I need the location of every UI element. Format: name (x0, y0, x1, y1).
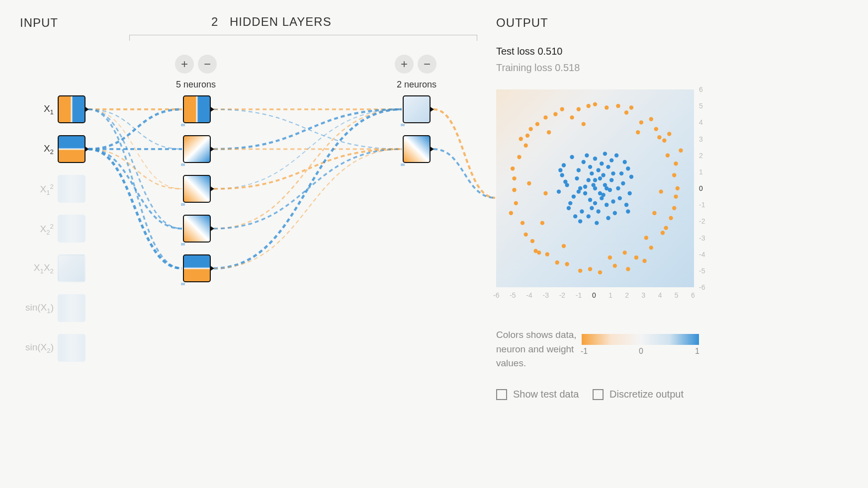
remove-neuron-layer1-button[interactable]: − (198, 55, 217, 74)
data-point (674, 162, 678, 165)
weight-edge[interactable] (214, 109, 402, 149)
data-point (545, 252, 549, 256)
data-point (543, 115, 547, 119)
bias-handle[interactable] (181, 243, 185, 245)
data-point (621, 181, 625, 185)
data-point (676, 186, 680, 190)
data-point (572, 194, 576, 198)
neuron-h0-2[interactable] (183, 175, 211, 203)
y-axis-tick: 0 (699, 184, 703, 192)
bias-handle[interactable] (181, 283, 185, 285)
data-point (606, 165, 610, 169)
y-axis-tick: -6 (699, 283, 705, 291)
data-point (593, 178, 597, 182)
weight-edge[interactable] (88, 109, 182, 268)
add-neuron-layer2-button[interactable]: + (395, 55, 414, 74)
weight-edge[interactable] (88, 109, 182, 149)
data-point (623, 250, 627, 254)
weight-edge[interactable] (214, 109, 402, 149)
node-output-arrow-icon (85, 146, 89, 152)
data-point (593, 201, 597, 205)
output-scatter-plot[interactable] (496, 89, 694, 287)
x-axis-tick: 3 (642, 291, 646, 299)
neuron-h1-0[interactable] (403, 95, 431, 123)
data-point (639, 120, 643, 124)
weight-edge[interactable] (214, 149, 402, 229)
add-neuron-layer1-button[interactable]: + (175, 55, 194, 74)
neuron-h1-1[interactable] (403, 135, 431, 163)
x-axis-tick: -5 (510, 291, 516, 299)
show-test-data-checkbox[interactable]: Show test data (496, 389, 579, 400)
legend-max: 1 (695, 347, 699, 356)
data-point (669, 216, 673, 220)
data-point (565, 262, 569, 266)
data-point (624, 110, 628, 114)
x-axis-tick: -4 (526, 291, 532, 299)
neuron-h0-1[interactable] (183, 135, 211, 163)
data-point (530, 239, 534, 243)
data-point (578, 219, 582, 223)
discretize-output-checkbox[interactable]: Discretize output (593, 389, 684, 400)
neuron-input-x2sq (58, 215, 86, 243)
data-point (517, 155, 521, 159)
neuron-h0-4[interactable] (183, 254, 211, 282)
weight-edge[interactable] (214, 109, 402, 268)
bias-handle[interactable] (181, 203, 185, 206)
neuron-input-x1[interactable] (58, 95, 86, 123)
bias-handle[interactable] (181, 163, 185, 166)
data-point (577, 107, 581, 111)
data-point (605, 105, 608, 109)
weight-edge[interactable] (214, 109, 402, 229)
data-point (627, 191, 631, 195)
weight-edge[interactable] (88, 109, 182, 189)
layer2-neurons-label: 2 neurons (397, 80, 436, 90)
weight-edge[interactable] (88, 149, 182, 189)
data-point (654, 127, 658, 131)
checkbox-icon (593, 389, 604, 400)
node-output-arrow-icon (430, 106, 434, 112)
remove-neuron-layer2-button[interactable]: − (418, 55, 436, 74)
data-point (524, 233, 528, 237)
weight-edge[interactable] (88, 109, 182, 149)
weight-edge[interactable] (88, 149, 182, 268)
data-point (609, 158, 613, 162)
legend-gradient (582, 334, 699, 345)
bias-handle[interactable] (401, 124, 405, 126)
bias-handle[interactable] (181, 124, 185, 126)
checkbox-icon (496, 389, 507, 400)
neuron-h0-3[interactable] (183, 215, 211, 243)
x-axis-tick: 6 (691, 291, 695, 299)
weight-edge[interactable] (88, 149, 182, 229)
weight-edge[interactable] (88, 109, 182, 229)
data-point (555, 260, 559, 264)
y-axis-tick: -2 (699, 217, 705, 225)
data-point (577, 189, 581, 193)
y-axis-tick: -5 (699, 267, 705, 275)
data-point (657, 135, 661, 139)
data-point (583, 184, 587, 188)
weight-edge[interactable] (214, 149, 402, 268)
data-point (666, 153, 670, 157)
node-output-arrow-icon (210, 106, 214, 112)
data-point (623, 160, 627, 164)
data-point (609, 178, 613, 182)
training-loss-text: Training loss 0.518 (496, 62, 580, 74)
feature-label-x1sq: X12 (24, 183, 54, 196)
weight-edge[interactable] (214, 149, 402, 189)
data-point (575, 176, 579, 180)
data-point (629, 105, 633, 109)
bias-handle[interactable] (401, 163, 405, 166)
weight-edge[interactable] (434, 149, 495, 198)
feature-label-sinx1: sin(X1) (24, 302, 54, 315)
data-point (558, 168, 562, 172)
hidden-layers-label: HIDDEN LAYERS (230, 15, 332, 28)
weight-edge[interactable] (434, 109, 495, 198)
data-point (600, 196, 604, 200)
neuron-input-x2[interactable] (58, 135, 86, 163)
feature-label-x2sq: X22 (24, 223, 54, 236)
data-point (512, 176, 516, 180)
weight-edge[interactable] (214, 109, 402, 189)
data-point (562, 163, 566, 167)
neuron-h0-0[interactable] (183, 95, 211, 123)
data-point (611, 171, 615, 175)
